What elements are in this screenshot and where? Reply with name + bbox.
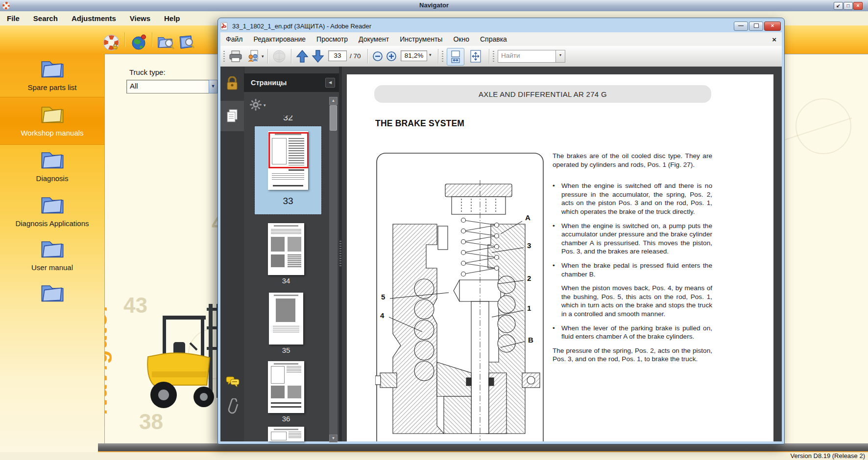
navigator-close-button[interactable]: × [853,2,863,10]
paragraph-outro: The pressure of the spring, Pos. 2, acts… [553,346,712,364]
reader-window-title: 33_1_1802_1_en.pdf (ЗАЩИТА) - Adobe Read… [232,23,371,30]
menu-instrumenty[interactable]: Инструменты [394,35,448,43]
thumbnails-scrollbar-thumb[interactable] [330,105,337,131]
attachments-paperclip-icon[interactable] [226,398,239,417]
reader-restore-button[interactable] [749,22,763,31]
sidebar-item-label: User manual [0,263,104,272]
sidebar-item-spare-parts[interactable]: Spare parts list [0,57,104,92]
reader-toolbar: ▾ [220,46,782,67]
bullet-icon: • [553,182,561,216]
sidebar-item-extra[interactable] [0,281,104,305]
find-options-dropdown[interactable]: ▾ [555,50,565,63]
toolbar-grip[interactable] [493,51,494,62]
menu-spravka[interactable]: Справка [475,35,512,43]
thumbnail-36[interactable]: 36 [268,361,304,423]
diagram-label-3: 3 [527,241,531,250]
section-heading: THE BRAKE SYSTEM [375,118,464,129]
next-page-button[interactable] [312,49,324,65]
sidebar-item-label: Diagnosis [0,174,104,183]
menu-help[interactable]: Help [157,14,187,23]
thumbnail-34[interactable]: 34 [268,223,304,285]
sidebar-item-diagnosis[interactable]: Diagnosis [0,148,104,183]
thumbnail-label-cut: 32 [273,115,303,123]
version-text: Version D8.19 (Release 2) [0,452,868,460]
toolbar-separator [152,32,152,47]
menu-file[interactable]: File [0,14,26,23]
collapse-panel-icon[interactable]: ◀ [325,78,335,88]
chevron-down-icon[interactable]: ▼ [209,80,217,93]
diagram-label-1: 1 [527,304,531,312]
scroll-down-icon[interactable]: ▼ [329,435,338,442]
share-review-button[interactable] [247,50,261,65]
scroll-up-icon[interactable]: ▲ [329,97,338,105]
reader-titlebar[interactable]: 33_1_1802_1_en.pdf (ЗАЩИТА) - Adobe Read… [220,20,781,32]
current-view-rect[interactable] [268,132,309,168]
menu-dokument[interactable]: Документ [353,35,394,43]
security-lock-icon[interactable] [226,76,239,93]
scrolling-mode-button[interactable] [447,48,464,66]
toolbar-grip[interactable] [442,51,443,62]
chevron-down-icon[interactable]: ▾ [264,103,266,108]
zoom-level-select[interactable]: 81,2% [401,50,427,61]
reader-close-button[interactable]: × [764,22,781,31]
navigator-brand-watermark: Navigator [104,294,111,421]
find-input[interactable]: Найти [498,50,557,63]
panel-options-gear-icon[interactable] [250,99,262,113]
toolbar-grip[interactable] [223,51,225,62]
toolbar-separator [124,32,125,47]
thumbnail-label: 36 [268,414,304,423]
menu-adjustments[interactable]: Adjustments [65,14,123,23]
menu-okno[interactable]: Окно [448,35,475,43]
menu-redaktirovanie[interactable]: Редактирование [248,35,311,43]
page-number-input[interactable]: 33 [328,50,347,61]
collaboration-disabled-icon [272,49,286,65]
desktop: Navigator ↙ □ × File Search Adjustments … [0,0,868,460]
navigator-minimize-button[interactable]: ↙ [834,2,843,10]
sidebar-item-workshop-manuals-selected[interactable]: Workshop manuals [0,97,104,145]
menu-fail[interactable]: Файл [220,35,248,43]
truck-type-select[interactable]: All [126,80,212,93]
comments-icon[interactable] [225,376,240,391]
document-area[interactable]: AXLE AND DIFFERENTIAL AR 274 G THE BRAKE… [342,67,773,441]
manual-search-icon[interactable] [177,34,196,53]
globe-icon[interactable] [130,34,148,53]
truck-type-label: Truck type: [129,68,166,76]
sidebar-item-label: Workshop manuals [0,129,104,137]
print-button[interactable] [228,50,243,65]
thumbnail-35[interactable]: 35 [269,293,303,354]
help-lifering-icon[interactable] [103,34,120,51]
previous-page-button[interactable] [296,49,309,65]
menu-prosmotr[interactable]: Просмотр [311,35,353,43]
menu-views[interactable]: Views [123,14,157,23]
sidebar-item-diagnosis-applications[interactable]: Diagnosis Applications [0,193,104,228]
menu-search[interactable]: Search [26,14,65,23]
pages-panel-header: Страницы ◀ [244,73,339,92]
paragraph-bullet3: When the brake pedal is pressed fluid en… [561,261,712,278]
paragraph-bullet1: When the engine is switched off and ther… [561,182,712,216]
navigator-sidebar: Spare parts list Workshop manuals Diagno… [0,54,104,460]
chevron-down-icon[interactable]: ▾ [429,52,432,57]
folder-icon [40,193,65,215]
thumbnail-33-selected[interactable]: 33 [255,126,321,214]
reader-minimize-button[interactable]: — [734,22,748,31]
sidebar-item-label: Spare parts list [0,83,104,92]
toolbar-separator [489,49,489,64]
sidebar-item-user-manual[interactable]: User manual [0,237,104,272]
navigator-maximize-button[interactable]: □ [844,2,853,10]
menubar-close-icon[interactable]: × [767,35,782,44]
thumbnail-37-partial[interactable] [268,427,304,441]
paragraph-bullet3-sub: When the piston moves back, Pos. 4, by m… [561,284,712,318]
folder-search-icon[interactable] [157,34,175,53]
reader-menubar: Файл Редактирование Просмотр Документ Ин… [220,32,782,46]
zoom-in-button[interactable] [386,51,397,64]
fit-page-button[interactable] [467,49,484,65]
pages-tab[interactable] [220,101,244,131]
toolbar-separator [438,49,438,64]
thumbnails-scrollbar[interactable] [329,97,338,441]
paragraph-bullet4: When the lever of the parking brake is p… [561,324,712,341]
chevron-down-icon[interactable]: ▾ [262,54,264,59]
sidebar-item-label: Diagnosis Applications [0,219,104,228]
brake-cylinder-diagram: A 3 2 1 B 5 4 [375,152,545,441]
zoom-out-button[interactable] [372,51,383,64]
folder-icon [40,281,65,303]
